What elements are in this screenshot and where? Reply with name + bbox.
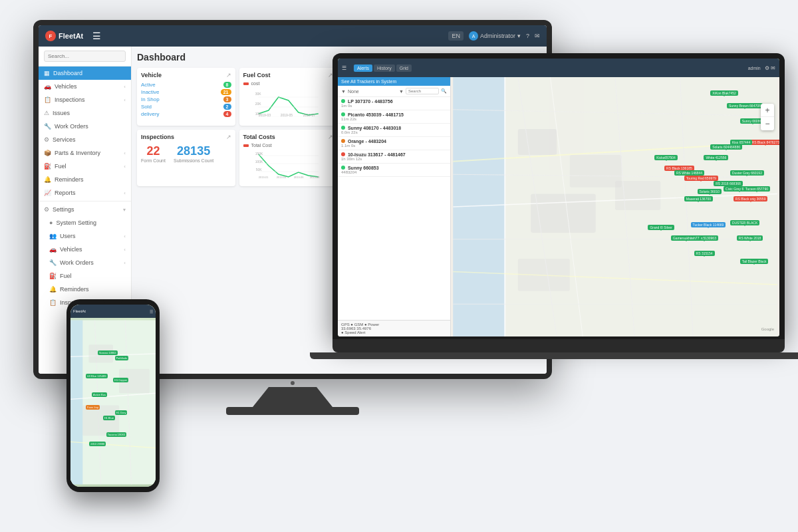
- sidebar-item-fuel2[interactable]: ⛽ Fuel: [39, 269, 131, 283]
- phone-map-marker[interactable]: Pathfinde: [115, 356, 129, 360]
- vehicle-card-title: Vehicle: [141, 72, 162, 78]
- lt-tab-alerts[interactable]: Alerts: [354, 65, 372, 72]
- map-marker[interactable]: DUSTER BLACK: [730, 220, 759, 225]
- map-marker[interactable]: Sunny Brown 664708: [727, 103, 763, 108]
- phone-map-marker[interactable]: 2453 29988: [89, 442, 106, 446]
- vehicle-link-icon[interactable]: ↗: [226, 72, 231, 78]
- lt-tab-grid[interactable]: Grid: [396, 65, 412, 72]
- stat-inactive-label: Inactive: [141, 89, 160, 95]
- map-search-input[interactable]: [406, 88, 439, 94]
- phone-map-marker[interactable]: H1 Grey: [115, 410, 128, 415]
- map-marker[interactable]: RS Black 136185: [664, 166, 694, 171]
- sidebar-item-reports[interactable]: 📈 Reports ‹: [39, 186, 131, 200]
- language-selector[interactable]: EN: [448, 31, 464, 41]
- phone-map-marker[interactable]: H1 Copper: [113, 378, 128, 382]
- list-item[interactable]: Sunny 408170 - 4483018 0.0m 22s: [338, 124, 450, 137]
- fuel-legend-dot: [243, 82, 249, 85]
- sidebar-item-reminders[interactable]: 🔔 Reminders: [39, 173, 131, 186]
- map-search-icon[interactable]: 🔍: [441, 88, 447, 94]
- sidebar-item-parts[interactable]: 📦 Parts & Inventory ‹: [39, 146, 131, 160]
- hamburger-icon[interactable]: ☰: [92, 31, 101, 41]
- phone-map-marker[interactable]: Active Bus: [92, 392, 107, 397]
- map-marker[interactable]: RS White 2018: [737, 235, 763, 241]
- user-menu[interactable]: A Administrator ▾: [469, 31, 521, 41]
- map-marker[interactable]: Grand I0 Silver: [648, 225, 674, 230]
- chevron-right-icon5: ‹: [124, 190, 126, 196]
- sidebar-item-reminders2[interactable]: 🔔 Reminders: [39, 283, 131, 296]
- lt-topbar-right: admin ⚙ ✉: [748, 65, 775, 71]
- map-marker[interactable]: Kiss 657444: [730, 140, 753, 145]
- help-icon[interactable]: ?: [526, 33, 529, 39]
- map-marker[interactable]: Solaris 604464886: [710, 144, 742, 150]
- map-marker[interactable]: Kicks657504: [654, 155, 678, 160]
- phone-map-marker[interactable]: Tacoma 19083: [106, 432, 126, 437]
- map-marker[interactable]: XiKon Blak7452: [710, 90, 738, 96]
- sidebar-item-issues[interactable]: ⚠ Issues: [39, 106, 131, 120]
- map-marker[interactable]: RS Black orig 36559: [733, 196, 768, 201]
- status-indicator: [341, 139, 345, 143]
- sidebar-item-fuel[interactable]: ⛽ Fuel ‹: [39, 160, 131, 173]
- sidebar-item-system[interactable]: ● System Setting: [39, 216, 131, 229]
- sidebar-label-fuel: Fuel: [55, 163, 66, 170]
- map-marker[interactable]: RS 2018 668368: [714, 181, 743, 186]
- fuel2-icon: ⛽: [49, 273, 57, 279]
- vehicle-stats: Active 8 Inactive 21 In Shop: [141, 81, 231, 118]
- zoom-in-button[interactable]: +: [761, 104, 774, 117]
- sidebar-label-services: Services: [53, 136, 76, 143]
- inspections-link-icon[interactable]: ↗: [226, 134, 231, 140]
- lt-hamburger-icon[interactable]: ☰: [342, 65, 346, 71]
- phone-map-marker[interactable]: Somasi 10802: [98, 350, 118, 355]
- sidebar-item-users[interactable]: 👥 Users ‹: [39, 229, 131, 243]
- map-marker[interactable]: Tucker Black 114669: [691, 222, 726, 227]
- mail-icon[interactable]: ✉: [535, 33, 540, 39]
- sidebar-item-settings[interactable]: ⚙ Settings ▾: [39, 203, 131, 216]
- fuel-cost-legend: cost: [243, 81, 334, 86]
- zoom-out-button[interactable]: −: [761, 117, 774, 130]
- sidebar-item-workorders2[interactable]: 🔧 Work Orders ‹: [39, 256, 131, 269]
- sidebar-item-vehicles[interactable]: 🚗 Vehicles ‹: [39, 80, 131, 93]
- status-indicator: [341, 166, 345, 170]
- list-item[interactable]: Sunny 660853 4483204: [338, 164, 450, 177]
- map-marker[interactable]: Tucson 657790: [743, 186, 770, 192]
- vehicles-icon: 🚗: [44, 83, 51, 90]
- map-marker[interactable]: Touring Red 659979: [684, 176, 718, 181]
- map-marker[interactable]: Maserati 136700: [684, 196, 713, 201]
- map-marker[interactable]: RS 315154: [694, 251, 715, 256]
- phone-map-marker[interactable]: Farm Imp: [86, 405, 100, 410]
- sidebar-item-vehicles2[interactable]: 🚗 Vehicles ‹: [39, 243, 131, 256]
- map-marker[interactable]: RS Black 8476273: [750, 140, 779, 145]
- svg-rect-52: [70, 321, 82, 485]
- sidebar-item-services[interactable]: ⚙ Services: [39, 133, 131, 146]
- lt-tab-history[interactable]: History: [374, 65, 395, 72]
- list-item[interactable]: LP 307370 - 4483756 1m 0s: [338, 97, 450, 110]
- lt-nav-tabs: Alerts History Grid: [354, 65, 412, 72]
- fuel-cost-title: Fuel Cost: [243, 72, 271, 78]
- sidebar-item-workorders[interactable]: 🔧 Work Orders: [39, 120, 131, 133]
- sidebar-item-inspections[interactable]: 📋 Inspections ‹: [39, 93, 131, 106]
- map-sidebar-filter: ▼ None ▼ 🔍: [338, 86, 450, 97]
- phone-screen: FleetAt ☰: [70, 305, 156, 487]
- map-marker[interactable]: Gamersukhiteh77: [671, 235, 701, 241]
- list-item[interactable]: Picanto 453039 - 4481715 11m 22s: [338, 110, 450, 124]
- map-marker[interactable]: White 412556: [704, 155, 728, 160]
- sidebar-item-dashboard[interactable]: ▦ Dashboard: [39, 66, 131, 80]
- list-item[interactable]: Orange - 4483204 1.1m 0s: [338, 137, 450, 150]
- monitor-camera: [291, 381, 295, 385]
- phone-map-bg: FleetAt ☰: [70, 305, 156, 487]
- svg-rect-34: [518, 129, 557, 155]
- map-marker[interactable]: RS White 146844: [674, 170, 704, 176]
- sidebar-label-workorders: Work Orders: [55, 123, 88, 130]
- map-marker[interactable]: Duster Grey 660192: [730, 170, 764, 176]
- search-input[interactable]: [44, 51, 126, 62]
- chevron-down-icon: ▾: [123, 207, 126, 213]
- map-marker[interactable]: Solaris 36010: [698, 189, 722, 194]
- phone-map-marker[interactable]: H1 Blue: [103, 416, 115, 420]
- list-item[interactable]: 10-Isuzu 313617 - 4481467 1h 30m 12s: [338, 150, 450, 164]
- sidebar-label-fuel2: Fuel: [60, 273, 72, 279]
- phone-map-marker[interactable]: LB Blue 125489: [86, 374, 107, 378]
- mobile-phone: FleetAt ☰: [66, 299, 160, 492]
- svg-text:150K: 150K: [255, 152, 263, 156]
- stat-active-count: 8: [223, 82, 231, 88]
- map-marker[interactable]: Tail Blazer Black: [740, 259, 769, 264]
- svg-text:2019-08: 2019-08: [309, 176, 319, 179]
